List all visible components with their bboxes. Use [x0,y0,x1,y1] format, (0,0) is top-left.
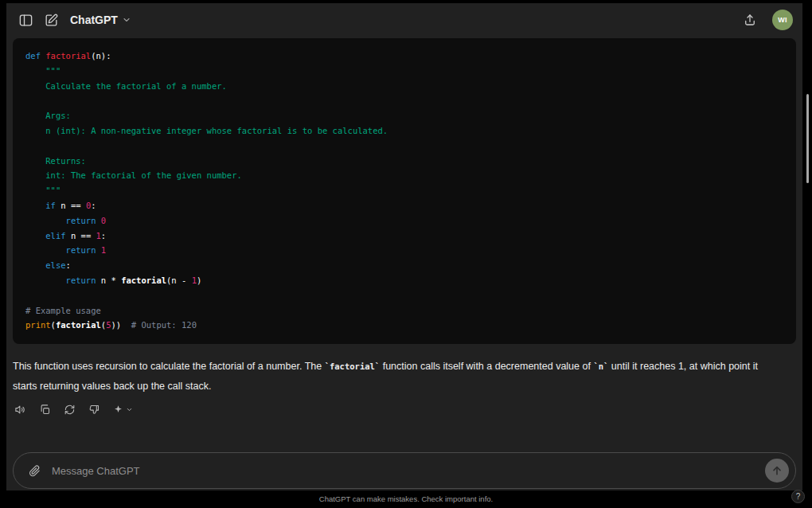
compose-icon [44,13,59,28]
copy-icon [39,404,51,416]
paperclip-icon [28,464,41,478]
chevron-down-icon [122,15,131,25]
refresh-icon [64,404,76,416]
assistant-paragraph: This function uses recursion to calculat… [13,357,775,397]
upload-icon [743,13,757,27]
switch-model-button[interactable] [110,401,135,418]
new-chat-button[interactable] [38,7,64,33]
footer-disclaimer: ChatGPT can make mistakes. Check importa… [0,494,812,503]
app-window: ChatGPT WI def factorial(n): """ Calcula… [0,0,812,508]
arrow-up-icon [771,464,783,477]
model-switcher[interactable]: ChatGPT [64,10,138,29]
read-aloud-button[interactable] [11,401,29,418]
regenerate-button[interactable] [61,401,78,418]
share-button[interactable] [737,7,763,33]
message-actions [11,401,135,418]
thumbs-down-icon [88,404,100,416]
sparkle-icon [112,404,124,416]
chat-surface: ChatGPT WI def factorial(n): """ Calcula… [6,3,802,490]
scrollbar-thumb[interactable] [806,94,809,183]
avatar[interactable]: WI [772,10,793,30]
copy-button[interactable] [36,401,53,418]
code-content: def factorial(n): """ Calculate the fact… [25,49,783,333]
send-button[interactable] [765,459,789,483]
sidebar-toggle-icon [18,13,33,28]
composer [13,452,796,489]
sidebar-toggle-button[interactable] [13,7,38,33]
top-bar: ChatGPT WI [6,3,802,37]
chevron-down-icon [126,406,133,413]
message-input[interactable] [50,464,765,478]
code-block: def factorial(n): """ Calculate the fact… [13,38,796,344]
thumbs-down-button[interactable] [85,401,103,418]
topbar-right: WI [737,7,796,33]
speaker-icon [14,404,26,416]
app-title: ChatGPT [70,14,118,26]
avatar-initials: WI [778,16,787,24]
help-button[interactable]: ? [791,490,805,503]
attach-button[interactable] [23,459,45,482]
